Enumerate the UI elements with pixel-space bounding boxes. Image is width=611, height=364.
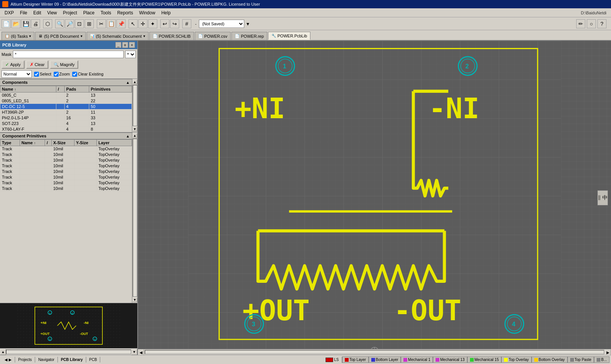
cross-button[interactable]: ✦	[148, 19, 157, 28]
table-row[interactable]: HT396R-2P211	[0, 110, 132, 115]
magnify-button[interactable]: 🔍 Magnify	[50, 60, 79, 69]
move-button[interactable]: ✛	[138, 19, 147, 28]
canvas-scroll-right-button[interactable]: ▶	[605, 349, 611, 355]
table-row[interactable]: PH2.0-LS-14P1633	[0, 115, 132, 121]
tab-tasks[interactable]: 📋 (6) Tasks ▾	[2, 32, 34, 40]
pcol-xsize[interactable]: X-Size	[51, 140, 74, 146]
pcol-layer[interactable]: Layer	[97, 140, 132, 146]
print-button[interactable]: 🖨	[31, 19, 40, 28]
components-expand-button[interactable]: ▲	[126, 80, 130, 85]
menu-edit[interactable]: Edit	[30, 9, 44, 16]
table-row[interactable]: DC-DC 12-5450	[0, 104, 132, 110]
select-checkbox-label[interactable]: Select	[34, 72, 51, 77]
canvas-area[interactable]: 1 2 +NI -NI +OUT -OUT	[138, 41, 611, 355]
table-row[interactable]: Track10milTopOverlay	[0, 157, 132, 163]
pencil-button[interactable]: ✏	[576, 19, 585, 28]
copy-button[interactable]: 📋	[107, 19, 116, 28]
layer-mech1[interactable]: Mechanical 1	[401, 356, 433, 363]
status-pcb-tab[interactable]: PCB	[86, 357, 101, 362]
tab-schlib[interactable]: 📄 POWER.SCHLIB	[149, 32, 194, 40]
save-button[interactable]: 💾	[21, 19, 30, 28]
col-pads[interactable]: Pads	[65, 86, 89, 93]
layer-b-more[interactable]: B...	[594, 356, 609, 363]
table-row[interactable]: Track10milTopOverlay	[0, 169, 132, 174]
panel-scroll-up-button[interactable]: ▲	[0, 349, 6, 355]
components-scrolldown-button[interactable]: ▼	[133, 127, 137, 131]
layer-bottom[interactable]: Bottom Layer	[369, 356, 401, 363]
select-button[interactable]: ↖	[129, 19, 138, 28]
status-pcb-library-tab[interactable]: PCB Library	[58, 357, 86, 362]
menu-file[interactable]: File	[17, 9, 30, 16]
table-row[interactable]: 0805_C213	[0, 93, 132, 98]
tab-csv[interactable]: 📄 POWER.csv	[195, 32, 231, 40]
primitives-scrolldown-button[interactable]: ▼	[133, 298, 137, 302]
table-row[interactable]: Track10milTopOverlay	[0, 152, 132, 157]
menu-tools[interactable]: Tools	[98, 9, 114, 16]
tab-schematic-document[interactable]: 📊 (5) Schematic Document ▾	[87, 32, 149, 40]
layer-mech15[interactable]: Mechanical 15	[467, 356, 501, 363]
menu-window[interactable]: Window	[136, 9, 158, 16]
tab-pcblib[interactable]: 🔧 POWER.PcbLib	[268, 32, 310, 40]
clear-existing-checkbox-label[interactable]: Clear Existing	[72, 72, 104, 77]
table-row[interactable]: SOT-223413	[0, 121, 132, 126]
clear-existing-checkbox[interactable]	[72, 72, 77, 77]
col-sort[interactable]: /	[56, 86, 64, 93]
layer-mech13[interactable]: Mechanical 13	[433, 356, 467, 363]
primitives-expand-button[interactable]: ▲	[126, 134, 130, 138]
mask-input[interactable]	[13, 51, 124, 58]
zoom-out-button[interactable]: 🔎	[65, 19, 74, 28]
help-icon-button[interactable]: ?	[597, 19, 606, 28]
layer-top-overlay[interactable]: Top Overlay	[501, 356, 531, 363]
layer-bottom-overlay[interactable]: Bottom Overlay	[532, 356, 568, 363]
table-row[interactable]: Track10milTopOverlay	[0, 174, 132, 180]
table-row[interactable]: Track10milTopOverlay	[0, 146, 132, 152]
tab-rep[interactable]: 📄 POWER.rep	[231, 32, 267, 40]
status-navigator-tab[interactable]: Navigator	[35, 357, 58, 362]
layers-button[interactable]: ⬡	[43, 19, 52, 28]
components-scrollup-button[interactable]: ▲	[133, 80, 137, 84]
primitives-scrollbar[interactable]	[133, 139, 137, 297]
canvas-scroll-left-button[interactable]: ◀	[138, 349, 144, 355]
mask-dropdown[interactable]: *	[125, 51, 136, 58]
tab-pcb-document[interactable]: 🖥 (5) PCB Document ▾	[35, 32, 85, 40]
table-row[interactable]: Track10milTopOverlay	[0, 163, 132, 169]
grid-button[interactable]: #	[182, 19, 191, 28]
canvas-hscroll-track[interactable]	[145, 350, 604, 354]
table-row[interactable]: XT60-LAY-F48	[0, 126, 132, 132]
new-button[interactable]: 📄	[2, 19, 11, 28]
paste-button[interactable]: 📌	[116, 19, 126, 28]
col-primitives[interactable]: Primitives	[89, 86, 132, 93]
circle-button[interactable]: ○	[587, 19, 596, 28]
status-ls[interactable]: LS	[323, 357, 342, 363]
menu-view[interactable]: View	[44, 9, 60, 16]
primitives-scrollup-button[interactable]: ▲	[133, 133, 137, 138]
pcol-ysize[interactable]: Y-Size	[74, 140, 96, 146]
nav-projects[interactable]: ◀ ▶	[2, 357, 15, 362]
menu-place[interactable]: Place	[80, 9, 98, 16]
apply-button[interactable]: ✓ Apply	[2, 60, 25, 69]
zoom-region-button[interactable]: ⊞	[85, 19, 94, 28]
panel-close-button[interactable]: ×	[129, 42, 135, 48]
clear-button[interactable]: ✗ Clear	[26, 60, 48, 69]
menu-reports[interactable]: Reports	[114, 9, 136, 16]
chinese-input-button[interactable]: ‖ 中	[597, 190, 608, 205]
zoom-fit-button[interactable]: ⊡	[75, 19, 84, 28]
layer-top[interactable]: Top Layer	[342, 356, 369, 363]
pcol-sort[interactable]: /	[45, 140, 51, 146]
menu-project[interactable]: Project	[60, 9, 80, 16]
panel-config-button[interactable]: ≡	[122, 42, 128, 48]
table-row[interactable]: Track10milTopOverlay	[0, 186, 132, 191]
components-scrollbar[interactable]	[133, 85, 137, 126]
select-checkbox[interactable]	[34, 72, 39, 77]
pcol-type[interactable]: Type	[0, 140, 20, 146]
undo-button[interactable]: ↩	[160, 19, 169, 28]
mode-select[interactable]: Normal	[2, 70, 32, 78]
panel-minimize-button[interactable]: _	[115, 42, 121, 48]
panel-vscroll-track[interactable]	[6, 350, 131, 354]
menu-help[interactable]: Help	[158, 9, 174, 16]
menu-dxp[interactable]: DXP	[2, 9, 17, 16]
zoom-in-button[interactable]: 🔍	[55, 19, 64, 28]
redo-button[interactable]: ↪	[170, 19, 179, 28]
cut-button[interactable]: ✂	[97, 19, 106, 28]
table-row[interactable]: 0805_LED_S1222	[0, 98, 132, 104]
